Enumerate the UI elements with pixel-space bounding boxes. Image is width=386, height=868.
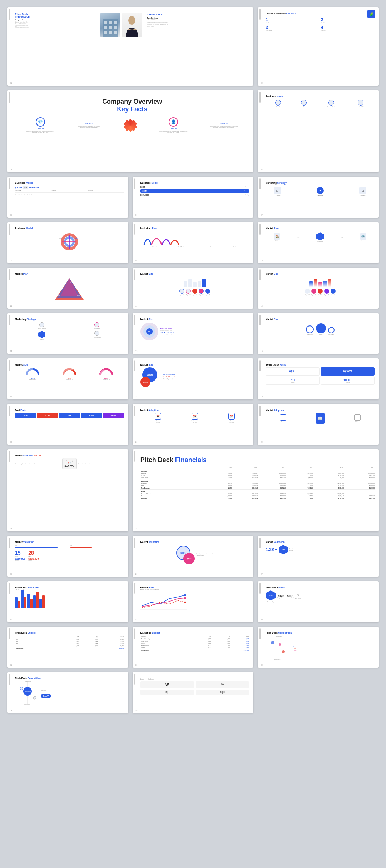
svg-rect-5 [109, 26, 112, 29]
svg-point-25 [184, 597, 186, 599]
svg-point-23 [184, 594, 186, 596]
circle-item: Figure #1 [179, 289, 184, 296]
logo-item: 3W [196, 681, 249, 688]
slide-title: Market Validation [140, 541, 249, 543]
slide-title: Market Size [140, 318, 249, 320]
slide-number: 22 [261, 441, 263, 443]
ms-steps: □ 1 Connect → ● 2 Analyze → □ 3 Control [266, 187, 375, 196]
svg-text:3 - Who: 3 - Who [55, 295, 60, 296]
svg-point-31 [282, 650, 285, 653]
slide-intro: Pitch DeckIntroduction Company Name Addr… [7, 7, 253, 86]
financials-table: 201620172018201920202021 Revenue Revenue… [140, 467, 375, 500]
ma1-items: 📅EventsInfo here📅Webinar HelpInfo here📅O… [140, 413, 249, 423]
mv1-content: Yes No [15, 545, 124, 548]
slide-marketing-budget: Marketing Budget ChannelQ1Q2Total Email … [133, 627, 254, 668]
slide-number: 33 [261, 664, 263, 666]
slide-title: Market Adoption SwEETY [15, 454, 124, 457]
puzzle-icon: 🧩 [367, 10, 375, 18]
slide-number: 29 [135, 618, 138, 621]
slide-number: 35 [135, 709, 138, 711]
ff-item: $100Low Price [37, 413, 58, 418]
tam-visual: TAM SAM SOM TAM - Total Market Some desc… [140, 323, 249, 340]
circle-item: Figure #4 [199, 289, 204, 296]
circles-row-2: Figure #1Figure #2SizeB #3Figure #4Figur… [266, 289, 375, 296]
slide-title: Pitch Deck Budget [15, 632, 124, 634]
bar-group [21, 590, 26, 608]
slide-title: Fast Facts [15, 409, 124, 411]
person-svg [124, 14, 140, 37]
svg-rect-4 [104, 26, 107, 29]
budget-table: ItemQ1Q2Total Item 11,0002,0003,000Item … [15, 636, 124, 650]
ma2-items: Events 📖 Solutions [266, 413, 375, 424]
mkt-budget-table: ChannelQ1Q2Total Email Marketing1,0002,0… [140, 636, 249, 652]
slide-number: 32 [135, 664, 138, 666]
ms4-item: 10.1% Market Size #2 [52, 368, 87, 381]
building-photo [100, 13, 120, 37]
slide-marketing-strategy-1: Marketing Strategy □ 1 Connect → ● 2 Ana… [258, 177, 379, 218]
bm-item: Plan [301, 100, 307, 108]
svg-rect-2 [109, 21, 112, 24]
ms3-circles: Yoga Ruleset Budget Yoga SMART [266, 323, 375, 335]
slide-title: Marketing Strategy [15, 318, 124, 320]
chart-legend: ■ Product ■ Blue [15, 589, 124, 591]
slide-title: Investment Goals [266, 586, 375, 589]
slide-number: 28 [10, 618, 12, 621]
slide-market-plan-3: Market Plan 1 - Blue 2 - What 3 - Who 11 [7, 268, 128, 309]
ff-item: 20+Professionals [15, 413, 36, 418]
ff-row: 20+Professionals$100Low Price74+Happy Cl… [15, 413, 124, 418]
circle-item: Figure #2 [311, 289, 316, 296]
ms2-item: Analytics [15, 331, 69, 340]
slide-title: Pitch Deck Competition [266, 632, 375, 634]
mv1-stats: 15 DAYS $250,000 Info text 28 DAYS $680,… [15, 550, 124, 561]
slide-title: Growth Rate [140, 586, 249, 589]
bm3-lines: $20M Text here $100M Fee fee $967.000B S… [140, 186, 249, 196]
mv3-content: 1.2K+ $250 CouncilIndicator [266, 545, 375, 554]
svg-text:Low Value: Low Value [24, 704, 30, 705]
ig-items: $25B Go for Scaling $12B Equity & Transf… [266, 590, 375, 603]
slide-number: 17 [10, 396, 12, 398]
slide-title: Marketing Plan [140, 227, 249, 230]
slide-number: 07 [261, 214, 263, 216]
svg-text:High Value: High Value [276, 636, 282, 637]
mv3-labels: CouncilIndicator [290, 548, 294, 551]
slide-number: 27 [261, 573, 263, 575]
ma2-left: Events [280, 414, 286, 423]
intro-desc: Some distance only has power to raiseand… [147, 22, 249, 28]
slide-competition-logos: Leader Challenger W3WK|HЖ|H 35 [133, 672, 254, 713]
bar-chart [15, 592, 124, 608]
mv3-num: 1.2K+ [266, 547, 277, 552]
slide-business-model-1: Business Model RewardPlanCustomer Servic… [258, 90, 379, 172]
mv1-bar-blue: Yes [15, 545, 68, 548]
slide-title: Market Validation [15, 541, 124, 543]
bar-group [39, 595, 45, 608]
slide-number: 04 [261, 168, 263, 171]
slide-pitch-deck-financials-big: Pitch Deck Financials 201620172018201920… [133, 449, 379, 531]
slide-number: 15 [135, 350, 138, 352]
slide-market-size-2: Market Size Figure #1Figure #2SizeB #3Fi… [258, 268, 379, 309]
slide-title: Market Adoption [266, 409, 375, 411]
slide-investment-goals: Investment Goals $25B Go for Scaling $12… [258, 581, 379, 622]
slide-number: 19 [261, 396, 263, 398]
mv3-hex-area: $250 [279, 545, 288, 554]
svg-point-24 [184, 602, 186, 603]
slide-pitch-deck-financials-chart: Pitch Deck Financials ■ Product ■ Blue 2… [7, 581, 128, 622]
bar-group [27, 594, 33, 608]
bar-group [15, 597, 20, 608]
slide-pitch-deck-competition-1: Pitch Deck Competition High Value Low Sa… [258, 627, 379, 668]
slide-number: 30 [261, 618, 263, 621]
slide-keyfacts-small: Company Overview Key Facts 🧩 1Fact One 2… [258, 7, 379, 86]
svg-text:Low Sales: Low Sales [274, 659, 280, 660]
triangle-chart: 1 - Blue 2 - What 3 - Who [15, 276, 124, 301]
slide-title: Market Adoption [140, 409, 249, 411]
svg-rect-1 [104, 21, 107, 24]
slide-title: Market Plan [266, 227, 375, 230]
ms3-item-3: Yoga SMART [328, 327, 335, 335]
fact-item: 1Fact One [266, 17, 319, 24]
svg-text:Offline: Offline [58, 237, 62, 239]
ig-hex: $25B Go for Scaling [266, 590, 276, 603]
ff-item: $10MResult [103, 413, 124, 418]
gradient-bars [266, 276, 375, 287]
svg-point-10 [128, 16, 135, 25]
ff-item: 250+Project [81, 413, 102, 418]
slide-quick-facts: Some Quick Facts 250+ Stats $160M Revenu… [258, 358, 379, 399]
